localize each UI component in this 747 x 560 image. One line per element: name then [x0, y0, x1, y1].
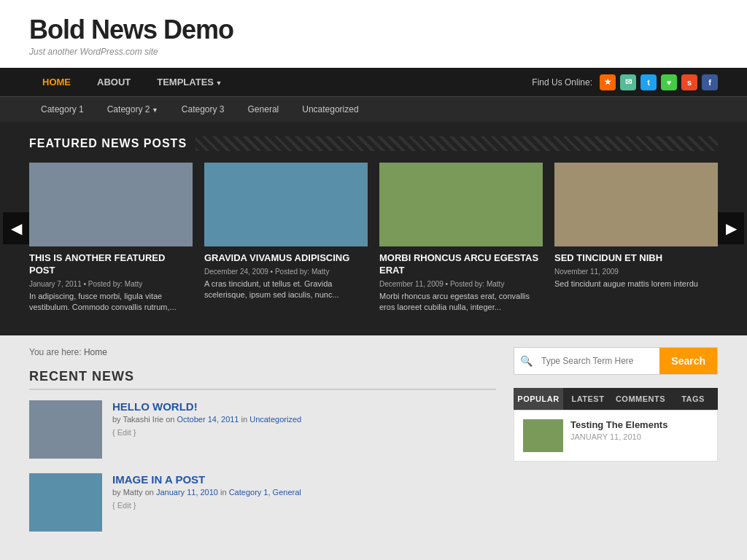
news-item-2-meta: by Matty on January 11, 2010 in Category… — [112, 488, 496, 497]
search-button[interactable]: Search — [659, 348, 717, 374]
nav-home[interactable]: HOME — [29, 68, 84, 96]
carousel-prev-button[interactable]: ◀ — [3, 212, 29, 244]
social-email-icon[interactable]: ✉ — [620, 74, 636, 90]
featured-post-3-meta: December 11, 2009 • Posted by: Matty — [379, 280, 543, 288]
sidebar-post-date: JANUARY 11, 2010 — [570, 432, 708, 441]
subnav-category2[interactable]: Category 2 — [96, 97, 170, 122]
featured-post-4-title: SED TINCIDUN ET NIBH — [554, 252, 718, 265]
main-nav: HOME ABOUT TEMPLATES Find Us Online: ★ ✉… — [0, 68, 747, 96]
recent-news-title: RECENT NEWS — [29, 369, 496, 390]
subnav-general[interactable]: General — [236, 97, 291, 122]
featured-post-3[interactable]: MORBI RHONCUS ARCU EGESTAS ERAT December… — [379, 163, 543, 314]
featured-post-2-excerpt: A cras tincidunt, ut tellus et. Gravida … — [204, 279, 368, 301]
news-item-1: HELLO WORLD! by Takashi Irie on October … — [29, 400, 496, 459]
tab-latest[interactable]: LATEST — [563, 388, 613, 410]
tab-popular[interactable]: POPULAR — [514, 388, 563, 410]
news-item-2: IMAGE IN A POST by Matty on January 11, … — [29, 473, 496, 532]
featured-post-1-title: THIS IS ANOTHER FEATURED POST — [29, 252, 193, 277]
featured-post-1[interactable]: THIS IS ANOTHER FEATURED POST January 7,… — [29, 163, 193, 314]
site-tagline: Just another WordPress.com site — [29, 47, 718, 57]
news-item-2-category[interactable]: Category 1 — [229, 488, 268, 497]
nav-links: HOME ABOUT TEMPLATES — [29, 68, 235, 96]
social-facebook-icon[interactable]: f — [702, 74, 718, 90]
sidebar-post-info: Testing The Elements JANUARY 11, 2010 — [570, 419, 708, 441]
sidebar-post-title[interactable]: Testing The Elements — [570, 419, 708, 430]
sidebar: 🔍 Search POPULAR LATEST COMMENTS TAGS Te… — [514, 347, 718, 546]
news-item-2-category2[interactable]: General — [273, 488, 301, 497]
featured-section: FEATURED NEWS POSTS ◀ THIS IS ANOTHER FE… — [0, 122, 747, 335]
carousel-next-button[interactable]: ▶ — [718, 212, 744, 244]
featured-post-4-image — [554, 163, 718, 246]
featured-post-4-excerpt: Sed tincidunt augue mattis lorem interdu — [554, 279, 718, 289]
featured-post-4[interactable]: SED TINCIDUN ET NIBH November 11, 2009 S… — [554, 163, 718, 314]
news-item-2-body: IMAGE IN A POST by Matty on January 11, … — [112, 473, 496, 532]
featured-post-1-meta: January 7, 2011 • Posted by: Matty — [29, 280, 193, 288]
news-item-1-edit-link[interactable]: { Edit } — [112, 428, 136, 437]
search-box: 🔍 Search — [514, 347, 718, 375]
news-item-2-date[interactable]: January 11, 2010 — [156, 488, 218, 497]
social-twitter-icon[interactable]: t — [640, 74, 657, 90]
news-item-1-body: HELLO WORLD! by Takashi Irie on October … — [112, 400, 496, 459]
breadcrumb-home[interactable]: Home — [84, 347, 107, 357]
news-item-2-image — [29, 473, 102, 532]
search-input[interactable] — [538, 348, 659, 374]
featured-post-1-excerpt: In adipiscing, fusce morbi, ligula vitae… — [29, 291, 193, 314]
featured-post-3-excerpt: Morbi rhoncus arcu egestas erat, convall… — [379, 291, 543, 314]
subnav-category1[interactable]: Category 1 — [29, 97, 96, 122]
sidebar-post-thumb — [523, 419, 563, 452]
featured-post-2-image — [204, 163, 368, 246]
featured-post-3-title: MORBI RHONCUS ARCU EGESTAS ERAT — [379, 252, 543, 277]
featured-post-2-meta: December 24, 2009 • Posted by: Matty — [204, 268, 368, 276]
featured-post-2-title: GRAVIDA VIVAMUS ADIPISCING — [204, 252, 368, 265]
social-stumble-icon[interactable]: s — [681, 74, 697, 90]
sidebar-popular-post: Testing The Elements JANUARY 11, 2010 — [523, 419, 708, 452]
search-icon: 🔍 — [514, 348, 538, 374]
site-header: Bold News Demo Just another WordPress.co… — [0, 0, 747, 68]
featured-post-2[interactable]: GRAVIDA VIVAMUS ADIPISCING December 24, … — [204, 163, 368, 314]
news-item-2-title[interactable]: IMAGE IN A POST — [112, 473, 205, 486]
news-item-2-edit: { Edit } — [112, 501, 496, 510]
content-area: You are here: Home RECENT NEWS HELLO WOR… — [29, 347, 496, 546]
news-item-1-date[interactable]: October 14, 2011 — [177, 415, 239, 424]
nav-about[interactable]: ABOUT — [84, 68, 144, 96]
social-rss-icon[interactable]: ★ — [600, 74, 616, 90]
featured-posts-container: THIS IS ANOTHER FEATURED POST January 7,… — [29, 163, 718, 314]
nav-templates[interactable]: TEMPLATES — [144, 68, 235, 96]
subnav-uncategorized[interactable]: Uncategorized — [290, 97, 370, 122]
featured-post-3-image — [379, 163, 543, 246]
featured-title: FEATURED NEWS POSTS — [29, 137, 187, 150]
breadcrumb: You are here: Home — [29, 347, 496, 357]
sub-nav: Category 1 Category 2 Category 3 General… — [0, 96, 747, 122]
featured-post-1-image — [29, 163, 193, 246]
sidebar-content: Testing The Elements JANUARY 11, 2010 — [514, 410, 718, 462]
featured-post-4-meta: November 11, 2009 — [554, 268, 718, 276]
site-title: Bold News Demo — [29, 15, 718, 45]
news-item-1-image — [29, 400, 102, 459]
sidebar-tabs: POPULAR LATEST COMMENTS TAGS — [514, 388, 718, 410]
news-item-1-category[interactable]: Uncategorized — [249, 415, 301, 424]
news-item-2-edit-link[interactable]: { Edit } — [112, 501, 136, 510]
tab-tags[interactable]: TAGS — [668, 388, 718, 410]
news-item-1-meta: by Takashi Irie on October 14, 2011 in U… — [112, 415, 496, 424]
featured-stripe — [196, 136, 718, 151]
tab-comments[interactable]: COMMENTS — [613, 388, 668, 410]
find-us-label: Find Us Online: — [532, 77, 592, 88]
news-item-1-title[interactable]: HELLO WORLD! — [112, 400, 198, 413]
main-content: You are here: Home RECENT NEWS HELLO WOR… — [0, 335, 747, 560]
find-us-online: Find Us Online: ★ ✉ t ♥ s f — [532, 74, 718, 90]
news-item-1-edit: { Edit } — [112, 428, 496, 437]
subnav-category3[interactable]: Category 3 — [170, 97, 236, 122]
social-chat-icon[interactable]: ♥ — [661, 74, 677, 90]
